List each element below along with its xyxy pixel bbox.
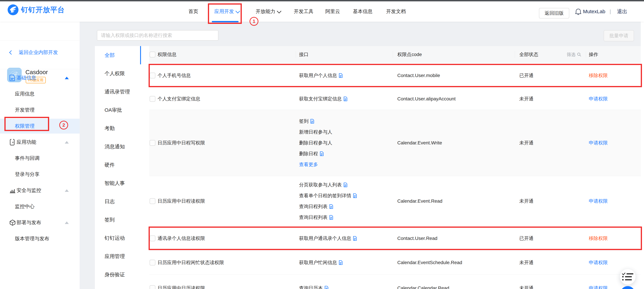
category-item-partial[interactable]: 获取认证 (95, 284, 141, 289)
row-checkbox[interactable] (150, 198, 155, 204)
api-doc-icon[interactable] (353, 193, 357, 198)
collapse-arrow-icon[interactable] (65, 222, 69, 224)
category-item-checkin[interactable]: 签到 (95, 211, 141, 229)
api-name[interactable]: 分页获取参与人列表 (299, 182, 342, 188)
api-name[interactable]: 获取用户忙闲信息 (299, 259, 337, 266)
api-doc-icon[interactable] (353, 236, 357, 241)
status-text: 未开通 (519, 88, 534, 110)
row-checkbox[interactable] (150, 260, 155, 266)
view-more-link[interactable]: 查看更多 (299, 159, 318, 170)
nav-item-aliyun[interactable]: 阿里云 (325, 1, 340, 22)
api-doc-icon[interactable] (329, 215, 333, 220)
api-name[interactable]: 查询日程列表 (299, 203, 328, 210)
user-name[interactable]: MutexLab (583, 1, 605, 22)
category-item-notification[interactable]: 消息通知 (95, 137, 141, 156)
category-item-sports[interactable]: 钉钉运动 (95, 229, 141, 247)
checklist-floating-button[interactable] (620, 269, 636, 285)
permission-code: Calendar.EventSchedule.Read (397, 251, 462, 275)
api-name[interactable]: 获取用户通讯录个人信息 (299, 235, 351, 242)
table-row: 日历应用中日程写权限 签到 新增日程参与人 删除日程参与人 删除日程 查看更多 … (149, 110, 641, 176)
api-doc-icon[interactable] (339, 260, 343, 265)
select-all-checkbox[interactable] (150, 52, 155, 57)
category-item-identity[interactable]: 身份验证 (95, 266, 141, 284)
nav-item-home[interactable]: 首页 (188, 1, 198, 22)
row-checkbox[interactable] (150, 96, 155, 102)
api-doc-icon[interactable] (320, 151, 324, 156)
sidebar-item-security-monitoring[interactable]: 安全与监控 (0, 183, 80, 198)
category-item-contacts[interactable]: 通讯录管理 (95, 83, 141, 101)
nav-label: 开发文档 (386, 8, 406, 15)
sidebar-item-label: 开发管理 (15, 107, 34, 113)
back-to-internal-dev-link[interactable]: 返回企业内部开发 (10, 49, 58, 56)
collapse-arrow-icon[interactable] (65, 141, 69, 144)
column-header-permission: 权限信息 (158, 46, 176, 63)
permission-name: 个人手机号信息 (158, 63, 191, 88)
search-input[interactable] (97, 30, 218, 41)
api-doc-icon[interactable] (344, 96, 348, 101)
nav-item-app-development[interactable]: 应用开发 (214, 1, 239, 22)
nav-item-dev-tools[interactable]: 开发工具 (294, 1, 314, 22)
table-row: 日历应用中日程闲忙状态读权限 获取用户忙闲信息 Calendar.EventSc… (149, 251, 641, 275)
batch-apply-button[interactable]: 批量申请 (604, 30, 634, 41)
sidebar-item-events-callbacks[interactable]: 事件与回调 (0, 151, 80, 166)
column-header-status[interactable]: 全部状态 (519, 46, 538, 63)
category-item-smart-hr[interactable]: 智能人事 (95, 174, 141, 192)
remove-permission-link[interactable]: 移除权限 (589, 63, 608, 88)
nav-item-basic-info[interactable]: 基本信息 (353, 1, 372, 22)
remove-permission-link[interactable]: 移除权限 (589, 226, 608, 251)
api-name[interactable]: 获取支付宝绑定信息 (299, 96, 342, 102)
table-row: 日历应用中日历读权限 查询日历本 Calendar.Calendar.Read … (149, 275, 641, 289)
row-checkbox[interactable] (150, 285, 155, 289)
sidebar-item-dev-management[interactable]: 开发管理 (0, 103, 80, 117)
platform-logo[interactable]: 钉钉开放平台 (8, 4, 65, 15)
sidebar-item-app-info[interactable]: 应用信息 (0, 86, 80, 101)
api-name[interactable]: 删除日程参与人 (299, 140, 332, 146)
collapse-arrow-icon[interactable] (65, 189, 69, 192)
row-checkbox[interactable] (150, 236, 155, 241)
category-label: 全部 (104, 52, 115, 59)
category-item-oa[interactable]: OA审批 (95, 101, 141, 119)
row-checkbox[interactable] (150, 140, 155, 146)
sidebar-item-app-features[interactable]: 应用功能 (0, 135, 80, 150)
api-name[interactable]: 删除日程 (299, 151, 318, 157)
api-name[interactable]: 查询日程列表 (299, 214, 328, 221)
logout-link[interactable]: 退出 (617, 1, 627, 22)
back-to-old-version-button[interactable]: 返回旧版 (539, 8, 569, 18)
apply-permission-link[interactable]: 申请权限 (589, 88, 608, 110)
scrollbar-track[interactable] (641, 22, 644, 289)
collapse-arrow-icon[interactable] (65, 77, 69, 79)
api-name[interactable]: 查询日历本 (299, 285, 323, 289)
row-checkbox[interactable] (150, 73, 155, 78)
api-name[interactable]: 新增日程参与人 (299, 129, 332, 135)
sidebar-item-monitoring-center[interactable]: 监控中心 (0, 199, 80, 214)
apply-permission-link[interactable]: 申请权限 (589, 251, 608, 275)
top-header: 钉钉开放平台 首页 应用开发 开放能力 开发工具 阿里云 基本信息 开发文档 返… (0, 1, 644, 22)
api-name[interactable]: 获取用户个人信息 (299, 72, 337, 79)
api-doc-icon[interactable] (339, 73, 343, 78)
apply-permission-link[interactable]: 申请权限 (589, 275, 608, 289)
category-item-log[interactable]: 日志 (95, 192, 141, 211)
api-doc-icon[interactable] (324, 286, 328, 289)
sidebar-item-version-management[interactable]: 版本管理与发布 (0, 231, 80, 246)
api-doc-icon[interactable] (329, 204, 333, 209)
sidebar-item-deploy-release[interactable]: 部署与发布 (0, 215, 80, 230)
sidebar-item-login-share[interactable]: 登录与分享 (0, 167, 80, 182)
apply-permission-link[interactable]: 申请权限 (589, 176, 608, 226)
api-name[interactable]: 签到 (299, 118, 308, 124)
api-doc-icon[interactable] (344, 183, 348, 187)
column-header-code: 权限点code (397, 46, 422, 63)
nav-item-open-capabilities[interactable]: 开放能力 (256, 1, 280, 22)
category-item-hardware[interactable]: 硬件 (95, 156, 141, 174)
filter-control[interactable]: 筛选 (567, 46, 581, 63)
category-item-app-management[interactable]: 应用管理 (95, 247, 141, 266)
api-doc-icon[interactable] (310, 119, 314, 124)
category-item-all[interactable]: 全部 (95, 46, 141, 64)
column-header-action: 操作 (589, 46, 598, 63)
sidebar-item-basic-info[interactable]: 基础信息 (0, 70, 80, 85)
api-name[interactable]: 查看单个日程的签到详情 (299, 193, 351, 199)
category-item-attendance[interactable]: 考勤 (95, 119, 141, 137)
category-item-personal[interactable]: 个人权限 (95, 64, 141, 83)
notification-bell-icon[interactable] (575, 8, 581, 15)
apply-permission-link[interactable]: 申请权限 (589, 110, 608, 176)
nav-item-dev-docs[interactable]: 开发文档 (386, 1, 406, 22)
